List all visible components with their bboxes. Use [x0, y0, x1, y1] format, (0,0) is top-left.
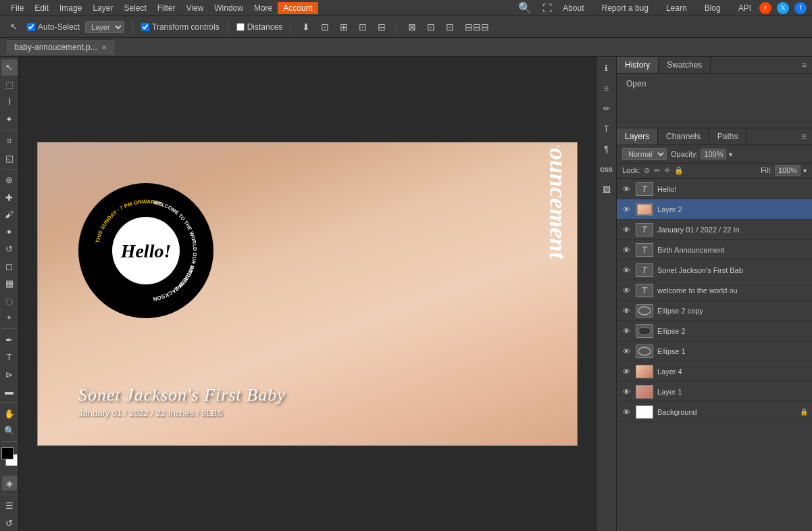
- auto-select-checkbox[interactable]: Auto-Select: [27, 22, 80, 32]
- history-item-open[interactable]: Open: [624, 78, 805, 90]
- layer-eye-sonet[interactable]: 👁: [621, 265, 632, 276]
- channels-tab[interactable]: Channels: [658, 128, 709, 145]
- layer-eye-hello[interactable]: 👁: [621, 184, 632, 195]
- magic-wand-tool[interactable]: ✦: [1, 111, 18, 128]
- opacity-input[interactable]: [701, 149, 726, 159]
- menu-edit[interactable]: Edit: [29, 2, 54, 14]
- history-tab[interactable]: History: [617, 57, 659, 73]
- healing-tool[interactable]: ✚: [1, 189, 18, 205]
- layer-eye-birth[interactable]: 👁: [621, 245, 632, 255]
- color-selector[interactable]: [0, 447, 20, 469]
- css-icon-btn[interactable]: CSS: [598, 161, 615, 178]
- layer-item-welcome[interactable]: 👁 T welcome to the world ou: [617, 280, 812, 301]
- distribute-h-icon[interactable]: ⊠: [405, 20, 419, 34]
- menu-report-bug[interactable]: Report a bug: [597, 2, 654, 14]
- distribute-v-icon[interactable]: ⊡: [424, 20, 438, 34]
- blur-tool[interactable]: ◌: [1, 293, 18, 309]
- layer-item-sonet[interactable]: 👁 T Sonet Jackson's First Bab: [617, 260, 812, 280]
- search-icon-top[interactable]: 🔍: [513, 0, 537, 16]
- menu-about[interactable]: About: [557, 2, 589, 14]
- foreground-color[interactable]: [1, 447, 14, 459]
- align-distribute-icon[interactable]: ⊡: [443, 20, 457, 34]
- lock-position-icon[interactable]: ✛: [664, 166, 670, 175]
- layer-item-ellipse2[interactable]: 👁 Ellipse 2: [617, 321, 812, 341]
- distances-checkbox[interactable]: Distances: [236, 22, 283, 32]
- menu-filter[interactable]: Filter: [152, 2, 181, 14]
- align-left-icon[interactable]: ⊡: [318, 20, 332, 34]
- opacity-dropdown-arrow[interactable]: ▾: [729, 151, 732, 158]
- dodge-tool[interactable]: ⚬: [1, 310, 18, 326]
- settings-icon-btn[interactable]: ≡: [598, 80, 615, 97]
- swatches-tab[interactable]: Swatches: [659, 57, 711, 73]
- pen-tool[interactable]: ✒: [1, 332, 18, 348]
- history-brush-tool[interactable]: ↺: [1, 241, 18, 257]
- move-tool[interactable]: ↖: [1, 59, 18, 76]
- gradient-tool[interactable]: ▦: [1, 276, 18, 292]
- change-screen-mode[interactable]: ☰: [1, 498, 18, 514]
- text-T-icon-btn[interactable]: T: [598, 120, 615, 138]
- clone-tool[interactable]: ✦: [1, 224, 18, 240]
- menu-image[interactable]: Image: [54, 2, 87, 14]
- download-icon[interactable]: ⬇: [299, 20, 313, 34]
- lasso-tool[interactable]: ⌇: [1, 94, 18, 110]
- menu-select[interactable]: Select: [118, 2, 151, 14]
- layer-item-layer4[interactable]: 👁 Layer 4: [617, 361, 812, 382]
- twitter-icon[interactable]: 𝕏: [777, 2, 789, 14]
- history-panel-menu[interactable]: ≡: [796, 57, 812, 72]
- lock-transparent-icon[interactable]: ⊘: [644, 166, 650, 175]
- layer-item-layer1[interactable]: 👁 Layer 1: [617, 382, 812, 402]
- tab-close-icon[interactable]: ✕: [101, 44, 107, 51]
- menu-more[interactable]: More: [249, 2, 278, 14]
- text-para-icon-btn[interactable]: ¶: [598, 141, 615, 158]
- paths-tab[interactable]: Paths: [709, 128, 747, 145]
- layer-item-layer2[interactable]: 👁 Layer 2: [617, 199, 812, 220]
- menu-view[interactable]: View: [180, 2, 209, 14]
- facebook-icon[interactable]: f: [794, 2, 807, 14]
- layer-eye-layer2[interactable]: 👁: [621, 204, 632, 215]
- canvas-image[interactable]: THIS SUNDAY · 7 PM ONWARDS WELCOME TO TH…: [37, 142, 578, 446]
- text-tool[interactable]: T: [1, 349, 18, 365]
- move-tool-btn[interactable]: ↖: [5, 19, 22, 35]
- path-selection-tool[interactable]: ⊳: [1, 366, 18, 382]
- menu-layer[interactable]: Layer: [87, 2, 118, 14]
- zoom-tool[interactable]: 🔍: [1, 423, 18, 439]
- layer-eye-background[interactable]: 👁: [621, 407, 632, 418]
- menu-file[interactable]: File: [5, 2, 29, 14]
- layer-eye-january[interactable]: 👁: [621, 224, 632, 235]
- align-right-icon[interactable]: ⊡: [356, 20, 370, 34]
- fill-input[interactable]: [775, 165, 801, 176]
- brush-tool[interactable]: 🖌: [1, 207, 18, 223]
- transform-controls-checkbox[interactable]: Transform controls: [141, 22, 220, 32]
- reddit-icon[interactable]: r: [759, 2, 771, 14]
- layer-eye-welcome[interactable]: 👁: [621, 285, 632, 296]
- menu-api[interactable]: API: [733, 2, 757, 14]
- shape-tool[interactable]: ▬: [1, 384, 18, 400]
- document-tab[interactable]: baby-annoucement.p... ✕: [5, 39, 116, 55]
- layer-item-ellipse2copy[interactable]: 👁 Ellipse 2 copy: [617, 301, 812, 321]
- eyedropper-tool[interactable]: ⊕: [1, 172, 18, 188]
- menu-account[interactable]: Account: [278, 2, 318, 14]
- select-rect-tool[interactable]: ⬚: [1, 77, 18, 93]
- transform-icon[interactable]: ⊟⊟⊟: [462, 20, 492, 34]
- brush-icon-btn[interactable]: ✏: [598, 100, 615, 118]
- layers-tab[interactable]: Layers: [617, 128, 658, 145]
- blend-mode-select[interactable]: Normal: [622, 148, 667, 160]
- fullscreen-icon[interactable]: ⛶: [537, 1, 557, 15]
- crop-tool[interactable]: ⌗: [1, 133, 18, 149]
- layer-eye-ellipse1[interactable]: 👁: [621, 346, 632, 357]
- eraser-tool[interactable]: ◻: [1, 258, 18, 274]
- layers-panel-menu[interactable]: ≡: [796, 128, 812, 145]
- layer-eye-ellipse2[interactable]: 👁: [621, 326, 632, 336]
- layer-eye-ellipse2copy[interactable]: 👁: [621, 305, 632, 316]
- align-center-h-icon[interactable]: ⊞: [337, 20, 351, 34]
- layer-item-ellipse1[interactable]: 👁 Ellipse 1: [617, 341, 812, 361]
- align-top-icon[interactable]: ⊟: [375, 20, 388, 34]
- info-icon-btn[interactable]: ℹ: [598, 59, 615, 77]
- quick-mask-tool[interactable]: ◈: [2, 476, 17, 490]
- menu-window[interactable]: Window: [209, 2, 249, 14]
- image-icon-btn[interactable]: 🖼: [598, 181, 615, 199]
- auto-select-type[interactable]: Layer: [85, 21, 124, 33]
- fill-dropdown-arrow[interactable]: ▾: [803, 167, 807, 174]
- layer-item-background[interactable]: 👁 Background 🔒: [617, 402, 812, 422]
- menu-learn[interactable]: Learn: [661, 2, 692, 14]
